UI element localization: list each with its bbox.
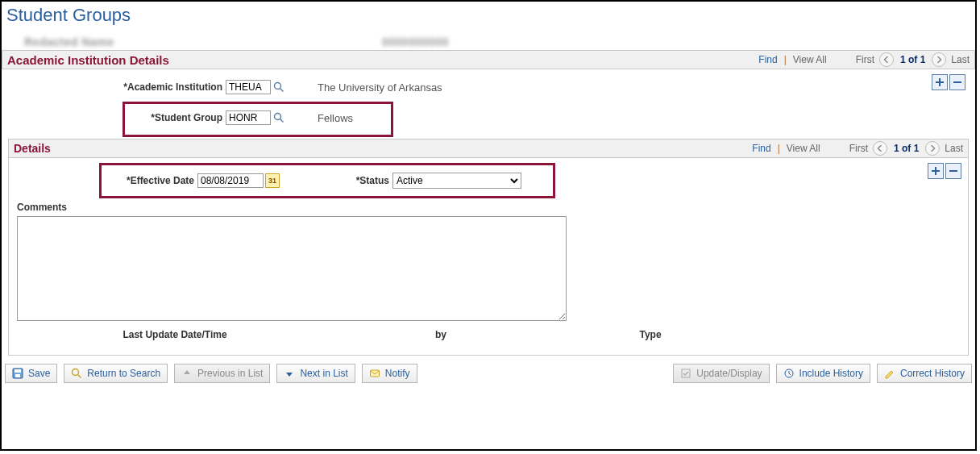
- redacted-name: Redacted Name: [24, 35, 382, 48]
- update-icon: [680, 368, 691, 379]
- aid-section-title: Academic Institution Details: [7, 53, 169, 67]
- comments-label: Comments: [14, 197, 960, 216]
- page-title: Student Groups: [2, 2, 975, 35]
- details-viewall-link[interactable]: View All: [787, 143, 820, 154]
- status-select[interactable]: Active: [392, 173, 521, 189]
- next-label: Next in List: [300, 368, 347, 379]
- aid-add-row-button[interactable]: [932, 74, 948, 90]
- up-arrow-icon: [181, 368, 193, 379]
- meta-by: by: [336, 329, 546, 340]
- student-group-label: Student Group: [10, 112, 226, 123]
- notify-label: Notify: [385, 368, 410, 379]
- aid-viewall-link[interactable]: View All: [793, 54, 827, 65]
- svg-point-5: [73, 369, 79, 376]
- institution-description: The University of Arkansas: [285, 81, 442, 94]
- details-first-label: First: [849, 143, 868, 154]
- student-group-lookup-icon[interactable]: [272, 111, 285, 124]
- effective-date-input[interactable]: [197, 173, 264, 188]
- aid-section-body: Academic Institution The University of A…: [2, 69, 975, 139]
- institution-label: Academic Institution: [10, 81, 226, 93]
- details-last-label: Last: [945, 143, 963, 154]
- svg-rect-6: [370, 370, 379, 377]
- redacted-id: 0000000000: [382, 35, 449, 48]
- correct-history-button[interactable]: Correct History: [877, 364, 972, 383]
- update-label: Update/Display: [696, 368, 762, 379]
- svg-point-0: [275, 83, 281, 90]
- aid-first-label: First: [856, 54, 874, 65]
- effective-date-label: Effective Date: [14, 175, 197, 186]
- down-arrow-icon: [284, 368, 295, 379]
- details-section-header: Details Find | View All First 1 of 1 Las…: [8, 139, 969, 158]
- student-group-description: Fellows: [285, 112, 353, 124]
- details-delete-row-button[interactable]: [945, 163, 961, 179]
- calendar-icon[interactable]: 31: [265, 173, 280, 188]
- institution-lookup-icon[interactable]: [272, 81, 285, 94]
- save-icon: [12, 368, 23, 379]
- details-section-body: Effective Date 31 Status Active Comments…: [8, 158, 969, 356]
- svg-rect-4: [15, 374, 20, 377]
- correct-icon: [884, 368, 895, 379]
- history-icon: [783, 368, 795, 379]
- aid-delete-row-button[interactable]: [949, 74, 965, 90]
- svg-point-1: [275, 114, 281, 120]
- institution-input[interactable]: [226, 80, 271, 94]
- bottom-toolbar: Save Return to Search Previous in List N…: [2, 356, 975, 391]
- meta-type: Type: [546, 329, 755, 340]
- next-in-list-button[interactable]: Next in List: [276, 364, 355, 383]
- save-label: Save: [28, 368, 50, 379]
- prev-label: Previous in List: [197, 368, 263, 379]
- redacted-row: Redacted Name 0000000000: [2, 35, 975, 50]
- search-icon: [71, 368, 82, 379]
- aid-row-count: 1 of 1: [899, 54, 927, 65]
- previous-in-list-button: Previous in List: [174, 364, 270, 383]
- include-label: Include History: [799, 368, 863, 379]
- meta-row: Last Update Date/Time by Type: [14, 321, 960, 340]
- aid-prev-arrow-icon[interactable]: [879, 52, 894, 67]
- aid-section-header: Academic Institution Details Find | View…: [2, 50, 975, 69]
- details-row-count: 1 of 1: [892, 143, 920, 154]
- svg-rect-3: [15, 369, 21, 373]
- save-button[interactable]: Save: [5, 364, 57, 383]
- update-display-button: Update/Display: [673, 364, 769, 383]
- correct-label: Correct History: [900, 368, 965, 379]
- details-find-link[interactable]: Find: [752, 143, 770, 154]
- status-label: Status: [280, 175, 392, 186]
- notify-icon: [369, 368, 380, 379]
- aid-find-link[interactable]: Find: [758, 54, 777, 65]
- student-group-input[interactable]: [226, 110, 271, 125]
- details-add-row-button[interactable]: [928, 163, 944, 179]
- details-section-title: Details: [14, 142, 51, 155]
- details-prev-arrow-icon[interactable]: [873, 141, 887, 156]
- details-next-arrow-icon[interactable]: [925, 141, 940, 156]
- return-to-search-button[interactable]: Return to Search: [64, 364, 168, 383]
- aid-next-arrow-icon[interactable]: [932, 52, 946, 67]
- pipe-sep: |: [776, 143, 782, 154]
- pipe-sep: |: [783, 54, 788, 65]
- include-history-button[interactable]: Include History: [776, 364, 870, 383]
- aid-last-label: Last: [951, 54, 970, 65]
- notify-button[interactable]: Notify: [362, 364, 417, 383]
- comments-textarea[interactable]: [17, 216, 567, 321]
- meta-last-update: Last Update Date/Time: [14, 329, 336, 340]
- return-label: Return to Search: [87, 368, 160, 379]
